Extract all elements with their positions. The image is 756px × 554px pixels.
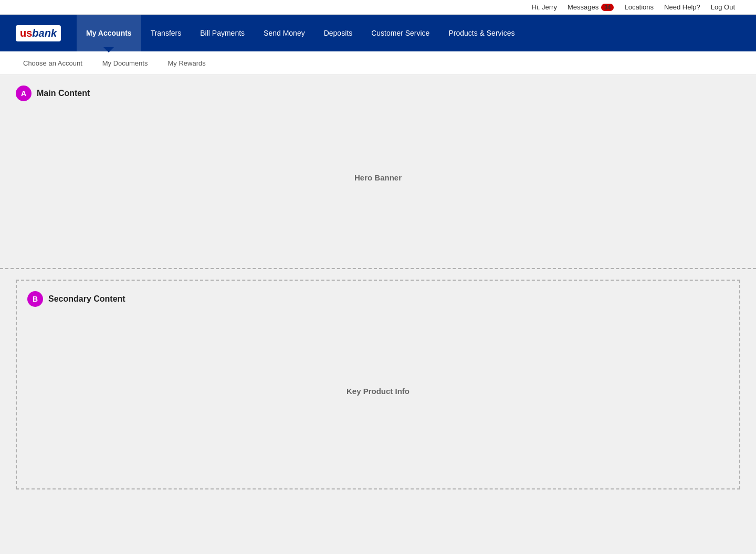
content-area: A Main Content Hero Banner B Secondary C…: [0, 75, 756, 500]
nav-item-my-accounts[interactable]: My Accounts: [77, 15, 141, 51]
logo-us: us: [20, 27, 32, 39]
secondary-content-badge: B: [27, 291, 43, 307]
key-product-label: Key Product Info: [346, 387, 410, 396]
main-content-title: Main Content: [37, 89, 90, 98]
messages-badge: 34: [601, 4, 614, 11]
main-content-section: A Main Content Hero Banner: [0, 75, 756, 269]
main-content-badge: A: [16, 86, 32, 101]
hero-banner-area: Hero Banner: [16, 112, 740, 243]
help-link[interactable]: Need Help?: [664, 3, 700, 11]
logout-link[interactable]: Log Out: [711, 3, 735, 11]
secondary-content-label: B Secondary Content: [27, 291, 729, 307]
logo-bank: bank: [32, 27, 57, 39]
sub-nav: Choose an Account My Documents My Reward…: [0, 51, 756, 75]
main-nav: usbank My Accounts Transfers Bill Paymen…: [0, 15, 756, 51]
secondary-content-section: B Secondary Content Key Product Info: [16, 280, 740, 489]
nav-item-customer-service[interactable]: Customer Service: [362, 15, 439, 51]
locations-link[interactable]: Locations: [624, 3, 654, 11]
subnav-choose-account[interactable]: Choose an Account: [21, 51, 85, 74]
greeting: Hi, Jerry: [532, 3, 557, 11]
nav-items: My Accounts Transfers Bill Payments Send…: [77, 15, 524, 51]
messages-label: Messages: [568, 3, 598, 11]
nav-item-products-services[interactable]: Products & Services: [439, 15, 524, 51]
utility-bar: Hi, Jerry Messages 34 Locations Need Hel…: [0, 0, 756, 15]
subnav-my-documents[interactable]: My Documents: [100, 51, 150, 74]
nav-item-send-money[interactable]: Send Money: [254, 15, 314, 51]
nav-item-transfers[interactable]: Transfers: [141, 15, 191, 51]
logo[interactable]: usbank: [16, 25, 61, 41]
messages-link[interactable]: Messages 34: [568, 3, 614, 11]
hero-banner-label: Hero Banner: [354, 173, 402, 182]
secondary-content-title: Secondary Content: [48, 294, 125, 304]
nav-item-deposits[interactable]: Deposits: [314, 15, 362, 51]
nav-item-bill-payments[interactable]: Bill Payments: [191, 15, 254, 51]
key-product-area: Key Product Info: [27, 317, 729, 464]
subnav-my-rewards[interactable]: My Rewards: [165, 51, 207, 74]
main-content-label: A Main Content: [16, 86, 740, 101]
secondary-content-outer: B Secondary Content Key Product Info: [0, 269, 756, 500]
